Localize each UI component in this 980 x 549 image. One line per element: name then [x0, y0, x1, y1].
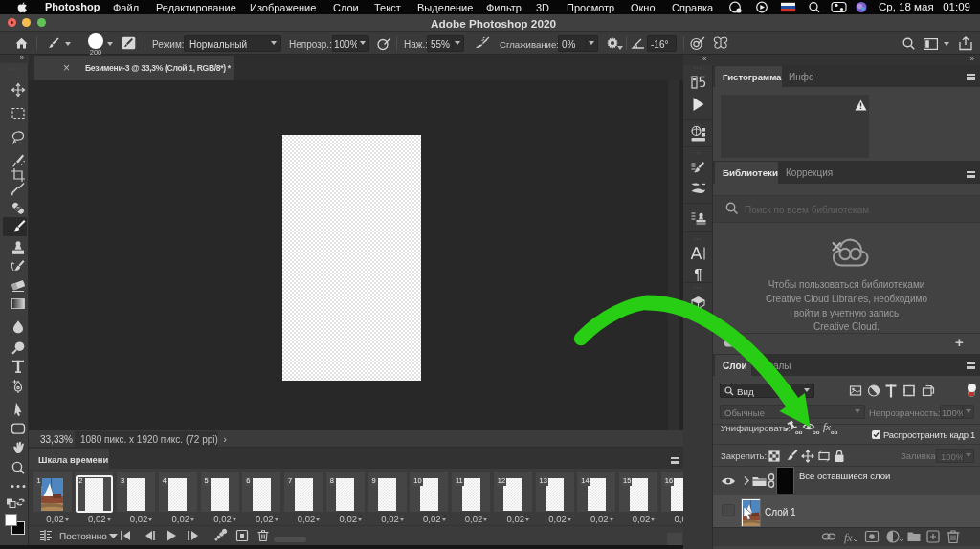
svg-text:Постоянно: Постоянно: [59, 532, 107, 542]
svg-text:fx: fx: [844, 531, 853, 544]
